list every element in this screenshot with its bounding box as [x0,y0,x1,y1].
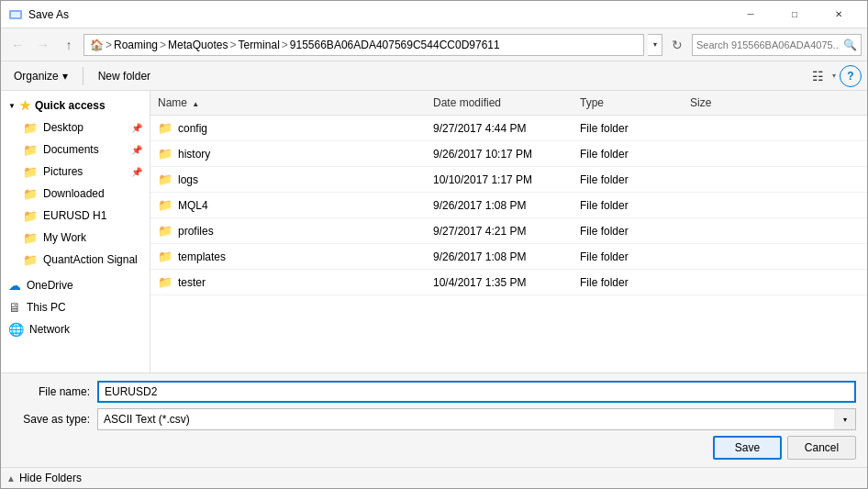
folder-icon: 📁 [158,224,172,238]
search-icon: 🔍 [843,39,857,51]
table-row[interactable]: 📁 profiles 9/27/2017 4:21 PM File folder [150,218,867,244]
sidebar: ▼ ★ Quick access 📁 Desktop 📌 📁 Documents… [1,91,150,372]
filename-row: File name: [12,381,856,403]
quick-access-header[interactable]: ▼ ★ Quick access [1,94,150,117]
title-bar: Save As ─ □ ✕ [1,1,867,28]
path-metaquotes: MetaQuotes [168,39,228,51]
sidebar-item-mywork[interactable]: 📁 My Work [1,227,150,249]
filetype-label: Save as type: [12,413,90,426]
filename-input[interactable] [97,381,856,403]
sidebar-item-network-label: Network [29,323,70,336]
maximize-button[interactable]: □ [773,1,816,28]
sidebar-item-quantaction[interactable]: 📁 QuantAction Signal [1,249,150,271]
file-date-cell: 9/26/2017 1:08 PM [426,247,573,267]
pin-icon-pics: 📌 [131,167,142,177]
main-content: ▼ ★ Quick access 📁 Desktop 📌 📁 Documents… [1,91,867,372]
col-header-date[interactable]: Date modified [426,93,573,113]
file-type-cell: File folder [573,247,683,267]
file-name-text: profiles [178,225,214,238]
network-icon: 🌐 [8,322,24,337]
folder-icon: 📁 [158,250,172,263]
file-name-text: logs [178,173,198,186]
thispc-icon: 🖥 [8,300,21,315]
onedrive-icon: ☁ [8,278,21,293]
sidebar-item-onedrive[interactable]: ☁ OneDrive [1,274,150,296]
path-roaming: Roaming [114,39,158,51]
table-row[interactable]: 📁 templates 9/26/2017 1:08 PM File folde… [150,244,867,270]
up-button[interactable]: ↑ [58,34,80,56]
save-as-dialog: Save As ─ □ ✕ ← → ↑ 🏠 > Roaming > MetaQu… [0,0,868,489]
filename-label: File name: [12,385,90,398]
svg-rect-1 [11,12,20,17]
file-type-cell: File folder [573,221,683,241]
file-name-cell: 📁 templates [150,246,426,267]
sidebar-item-eurusd[interactable]: 📁 EURUSD H1 [1,205,150,227]
close-button[interactable]: ✕ [818,1,860,28]
table-row[interactable]: 📁 config 9/27/2017 4:44 PM File folder [150,116,867,141]
path-dropdown-button[interactable]: ▾ [648,34,662,56]
sidebar-item-documents[interactable]: 📁 Documents 📌 [1,139,150,161]
sidebar-item-desktop-label: Desktop [43,121,83,134]
search-input[interactable] [696,39,840,50]
col-header-type[interactable]: Type [573,93,683,113]
save-button[interactable]: Save [713,436,782,460]
eurusd-folder-icon: 📁 [23,209,38,223]
sidebar-item-thispc[interactable]: 🖥 This PC [1,296,150,318]
file-date-cell: 9/27/2017 4:21 PM [426,221,573,241]
quick-access-chevron-icon: ▼ [8,102,16,110]
folder-icon: 📁 [158,121,172,135]
file-date-cell: 10/4/2017 1:35 PM [426,272,573,293]
pictures-folder-icon: 📁 [23,165,38,179]
file-size-cell [683,150,756,158]
sidebar-item-onedrive-label: OneDrive [27,279,73,292]
dialog-icon [8,7,23,22]
table-row[interactable]: 📁 MQL4 9/26/2017 1:08 PM File folder [150,193,867,218]
file-size-cell [683,279,756,286]
folder-icon: 📁 [158,198,172,212]
cancel-button[interactable]: Cancel [787,436,856,460]
path-id: 915566BA06ADA407569C544CC0D97611 [290,39,500,51]
address-path[interactable]: 🏠 > Roaming > MetaQuotes > Terminal > 91… [83,34,644,56]
folder-icon: 📁 [158,275,172,289]
file-list-header: Name ▲ Date modified Type Size [150,91,867,116]
documents-folder-icon: 📁 [23,143,38,157]
back-button[interactable]: ← [6,34,28,56]
pin-icon: 📌 [131,123,142,133]
dialog-title: Save As [28,8,729,21]
sidebar-item-desktop[interactable]: 📁 Desktop 📌 [1,117,150,139]
sidebar-item-pictures[interactable]: 📁 Pictures 📌 [1,161,150,183]
forward-button[interactable]: → [32,34,54,56]
sidebar-item-mywork-label: My Work [43,231,86,244]
file-rows-container: 📁 config 9/27/2017 4:44 PM File folder 📁… [150,116,867,295]
file-name-text: tester [178,276,206,289]
table-row[interactable]: 📁 logs 10/10/2017 1:17 PM File folder [150,167,867,193]
sidebar-item-thispc-label: This PC [27,301,66,314]
path-terminal: Terminal [238,39,279,51]
quick-access-section: ▼ ★ Quick access 📁 Desktop 📌 📁 Documents… [1,94,150,271]
minimize-button[interactable]: ─ [729,1,772,28]
filetype-select-display[interactable]: ASCII Text (*.csv) [97,408,856,430]
sidebar-item-downloaded[interactable]: 📁 Downloaded [1,183,150,205]
file-date-cell: 9/27/2017 4:44 PM [426,118,573,139]
filetype-dropdown-icon[interactable]: ▾ [834,408,856,430]
col-header-size[interactable]: Size [683,93,756,113]
table-row[interactable]: 📁 history 9/26/2017 10:17 PM File folder [150,141,867,167]
view-button[interactable]: ☷ [807,65,829,87]
file-type-cell: File folder [573,195,683,216]
table-row[interactable]: 📁 tester 10/4/2017 1:35 PM File folder [150,270,867,295]
organize-button[interactable]: Organize ▾ [6,64,75,88]
search-box[interactable]: 🔍 [692,34,862,56]
hide-folders-row[interactable]: ▲ Hide Folders [1,467,867,488]
file-name-cell: 📁 MQL4 [150,194,426,216]
quantaction-folder-icon: 📁 [23,253,38,267]
file-name-text: config [178,122,207,135]
sidebar-item-network[interactable]: 🌐 Network [1,318,150,340]
quick-access-label: Quick access [35,99,106,112]
col-header-name[interactable]: Name ▲ [150,93,426,113]
refresh-button[interactable]: ↻ [666,34,688,56]
sidebar-item-eurusd-label: EURUSD H1 [43,209,106,222]
file-type-cell: File folder [573,272,683,293]
file-date-cell: 9/26/2017 1:08 PM [426,195,573,216]
help-button[interactable]: ? [840,65,862,87]
new-folder-button[interactable]: New folder [91,64,158,88]
